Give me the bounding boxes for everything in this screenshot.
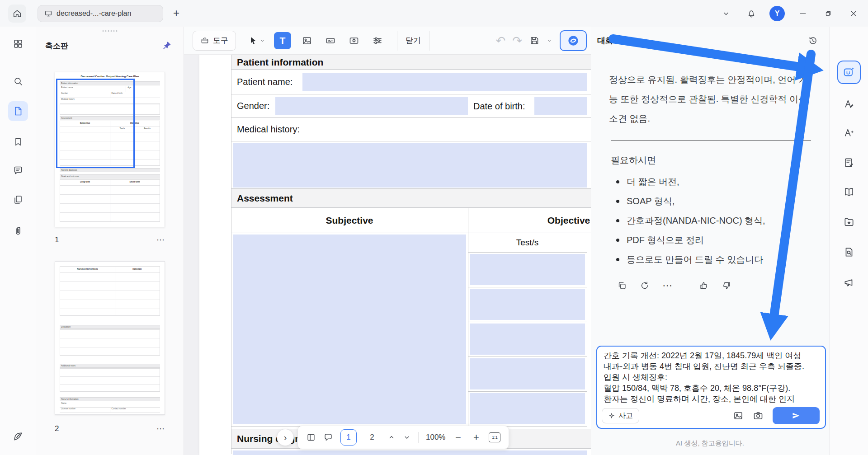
save-menu-button[interactable] — [547, 38, 553, 44]
thumbs-up-button[interactable] — [699, 281, 709, 291]
home-button[interactable] — [8, 5, 26, 23]
image-tool-button[interactable] — [299, 33, 315, 48]
ai-panel-title: 대화 — [597, 35, 613, 46]
history-button[interactable] — [807, 35, 818, 46]
properties-button[interactable] — [370, 33, 385, 48]
page-2-button[interactable]: 2 — [364, 429, 380, 446]
signature-tool-button[interactable] — [323, 33, 338, 48]
sidebar-item-bookmarks[interactable] — [8, 132, 28, 152]
undo-button[interactable]: ↶ — [495, 35, 505, 47]
pin-icon[interactable] — [162, 41, 172, 51]
medical-history-field[interactable] — [233, 143, 587, 188]
regenerate-button[interactable] — [640, 281, 650, 291]
pages-icon — [13, 194, 24, 205]
page-comment-button[interactable] — [323, 432, 333, 442]
minimize-button[interactable] — [796, 6, 810, 21]
text-tool-icon: T — [280, 35, 286, 46]
stamp-tool-button[interactable] — [346, 33, 362, 48]
send-button[interactable] — [773, 407, 820, 424]
form-check-icon — [843, 157, 855, 169]
section-assessment-label: Assessment — [237, 193, 293, 204]
page-1-button[interactable]: 1 — [340, 429, 357, 446]
thinking-mode-button[interactable]: 사고 — [602, 408, 639, 423]
bullet-dot — [616, 200, 619, 203]
right-sidebar — [829, 27, 868, 455]
zoom-level[interactable]: 100% — [426, 433, 445, 442]
zoom-in-button[interactable]: + — [471, 432, 481, 443]
sidebar-item-ai-translate[interactable] — [839, 94, 859, 113]
sidebar-item-ai-chat[interactable] — [837, 61, 861, 84]
ai-assistant-button[interactable] — [560, 30, 587, 51]
sidebar-item-ai-proofread[interactable] — [839, 122, 859, 142]
sidebar-item-search[interactable] — [8, 71, 28, 91]
page-thumbnail-1[interactable]: Decreased Cardiac Output Nursing Care Pl… — [55, 72, 165, 227]
redo-button[interactable]: ↷ — [512, 35, 522, 47]
thumbnail-viewport-indicator[interactable] — [56, 79, 135, 168]
insert-image-button[interactable] — [733, 410, 744, 421]
thumb2-mini-label: Name — [60, 402, 66, 407]
notifications-button[interactable] — [744, 6, 759, 21]
previous-page-button[interactable] — [387, 433, 396, 441]
sidebar-item-attachments[interactable] — [8, 221, 28, 241]
app-logo-icon — [12, 431, 24, 442]
save-icon — [529, 35, 540, 46]
test-field-3[interactable] — [470, 324, 585, 355]
doc-search-icon — [843, 246, 855, 258]
close-editing-button[interactable]: 닫기 — [397, 31, 429, 51]
sidebar-item-apps[interactable] — [8, 34, 28, 54]
ai-translate-icon — [843, 98, 855, 109]
sidebar-item-reader[interactable] — [839, 182, 859, 202]
copy-button[interactable] — [617, 281, 627, 291]
tools-button[interactable]: 도구 — [193, 31, 236, 51]
sidebar-item-ai-summary[interactable] — [839, 242, 859, 262]
next-page-button[interactable] — [403, 433, 411, 441]
more-actions-button[interactable]: ⋯ — [662, 281, 673, 291]
select-tool-button[interactable] — [248, 35, 266, 46]
new-tab-button[interactable]: + — [169, 6, 184, 20]
thumbnail-more-button[interactable]: ⋯ — [156, 235, 165, 245]
sidebar-item-thumbnails[interactable] — [8, 101, 28, 121]
panel-drag-handle[interactable] — [103, 30, 118, 32]
sidebar-item-ai-files[interactable] — [839, 212, 859, 232]
document-tab[interactable]: decreased-...-care-plan — [38, 5, 163, 22]
thumbnail-panel-title: 축소판 — [45, 41, 68, 51]
test-field-5[interactable] — [470, 393, 585, 424]
search-icon — [13, 76, 24, 87]
subjective-field[interactable] — [233, 235, 466, 424]
bullet-dot — [616, 219, 619, 222]
panel-toggle-button[interactable] — [306, 432, 316, 442]
zoom-out-button[interactable]: − — [453, 432, 463, 443]
topbar: decreased-...-care-plan + Y — [0, 0, 868, 27]
user-avatar[interactable]: Y — [769, 6, 785, 21]
maximize-button[interactable] — [821, 6, 835, 21]
dob-field[interactable] — [534, 97, 587, 115]
text-tool-button[interactable]: T — [274, 32, 291, 49]
sidebar-item-ai-form[interactable] — [839, 153, 859, 173]
pdf-page: Patient information Patient name: Gender… — [199, 55, 591, 455]
expand-toolbar-button[interactable]: › — [277, 429, 294, 446]
test-field-1[interactable] — [470, 254, 585, 285]
minimize-icon — [798, 9, 807, 18]
bullet-dot — [616, 239, 619, 242]
thumbs-down-button[interactable] — [722, 281, 731, 291]
sidebar-item-comments[interactable] — [8, 160, 28, 180]
screenshot-button[interactable] — [753, 410, 764, 421]
test-field-2[interactable] — [470, 289, 585, 320]
page-thumbnail-2[interactable]: Nursing interventions Rationale Evaluati… — [55, 261, 165, 415]
screenshot-icon — [753, 410, 764, 421]
gender-field[interactable] — [275, 97, 468, 115]
save-button[interactable] — [529, 35, 540, 46]
sidebar-item-pages[interactable] — [8, 190, 28, 210]
patient-name-field[interactable] — [302, 73, 587, 91]
thumb2-mini-label: Additional notes — [60, 364, 160, 368]
test-field-4[interactable] — [470, 358, 585, 389]
nursing-diagnosis-field[interactable] — [233, 450, 587, 455]
app-logo-button[interactable] — [8, 427, 28, 446]
ai-prompt-input[interactable]: 간호 기록 개선: 2022년 2월 17일, 1845.79세 백인 여성 내… — [604, 350, 821, 405]
sidebar-item-announcements[interactable] — [839, 272, 859, 292]
thinking-icon — [608, 412, 615, 419]
window-menu-button[interactable] — [719, 6, 733, 21]
actual-size-button[interactable]: 1:1 — [489, 432, 500, 442]
close-window-button[interactable] — [846, 6, 861, 21]
thumbnail-more-button[interactable]: ⋯ — [156, 424, 165, 434]
